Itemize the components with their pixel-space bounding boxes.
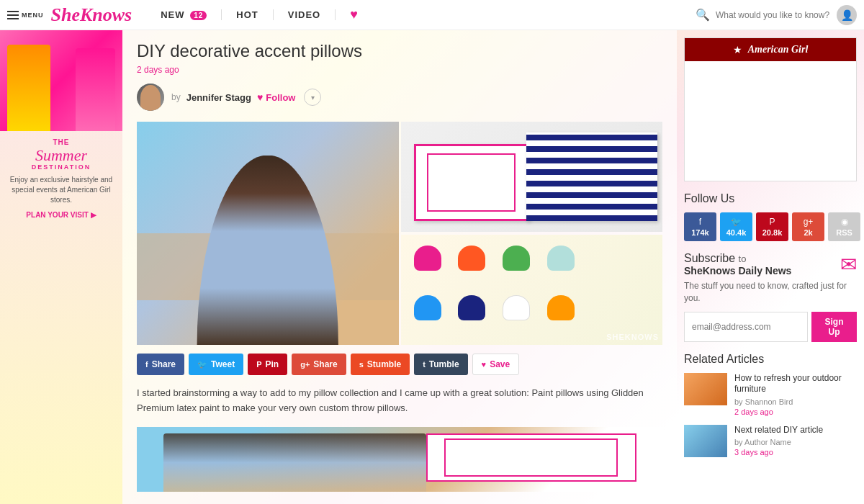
nav-badge-new: 12 — [190, 11, 207, 20]
related-author-2: by Author Name — [734, 438, 857, 446]
girl-silhouette — [189, 156, 346, 346]
left-sidebar: THE Summer DESTINATION Enjoy an exclusiv… — [0, 30, 122, 504]
related-articles-title: Related Articles — [684, 353, 857, 366]
pinterest-icon: P — [256, 360, 261, 369]
author-row: by Jennifer Stagg ♥ Follow ▾ — [137, 84, 662, 111]
nav-heart-icon[interactable]: ♥ — [336, 7, 372, 22]
related-article-item-2: Next related DIY article by Author Name … — [684, 425, 857, 457]
follow-button[interactable]: ♥ Follow — [257, 91, 295, 103]
sidebar-top-image — [0, 30, 122, 131]
search-icon[interactable]: 🔍 — [696, 8, 710, 22]
nav-items: NEW 12 HOT VIDEO ♥ — [146, 7, 696, 22]
paint-can-orange — [458, 246, 485, 271]
ad-banner: ★ American Girl — [684, 37, 857, 181]
twitter-count: 40.4k — [726, 228, 747, 237]
facebook-count: 174k — [691, 228, 708, 237]
main-layout: THE Summer DESTINATION Enjoy an exclusiv… — [0, 30, 864, 504]
subscribe-desc: The stuff you need to know, crafted just… — [684, 280, 857, 305]
article-second-image — [137, 427, 662, 492]
follow-heart-icon: ♥ — [257, 91, 263, 103]
tumblr-share-button[interactable]: t Tumble — [414, 354, 467, 375]
second-img-pillow — [426, 433, 636, 482]
stumble-icon: s — [359, 360, 364, 369]
related-article-title-1[interactable]: How to refresh your outdoor furniture — [734, 373, 857, 395]
article-paints-image: SHEKNOWS — [401, 235, 663, 345]
article-date: 2 days ago — [137, 65, 662, 75]
menu-button[interactable]: MENU — [7, 11, 44, 19]
tumblr-icon: t — [423, 360, 426, 369]
article-title: DIY decorative accent pillows — [137, 41, 662, 61]
follow-us-title: Follow Us — [684, 192, 857, 205]
nav-item-hot[interactable]: HOT — [222, 9, 273, 20]
nav-item-video[interactable]: VIDEO — [274, 9, 336, 20]
menu-label: MENU — [22, 12, 44, 19]
save-label: Save — [490, 359, 510, 369]
author-by-label: by — [171, 92, 181, 102]
related-article-title-2[interactable]: Next related DIY article — [734, 425, 857, 436]
gplus-share-label: Share — [313, 359, 337, 369]
author-name: Jennifer Stagg — [186, 92, 251, 103]
related-thumb-2 — [684, 425, 727, 457]
stumble-share-button[interactable]: s Stumble — [351, 354, 410, 375]
paint-can-darkblue — [458, 295, 485, 320]
user-avatar[interactable]: 👤 — [837, 5, 857, 25]
watermark: SHEKNOWS — [606, 333, 659, 341]
twitter-follow-icon: 🐦 — [731, 217, 742, 227]
paint-can-blue — [414, 295, 441, 320]
plan-visit-link[interactable]: PLAN YOUR VISIT ▶ — [7, 211, 115, 219]
social-share-bar: f Share 🐦 Tweet P Pin g+ Share s Stumble… — [137, 354, 662, 375]
twitter-icon: 🐦 — [197, 360, 207, 369]
related-date-2: 3 days ago — [734, 448, 857, 456]
the-label: THE — [7, 138, 115, 146]
related-info-2: Next related DIY article by Author Name … — [734, 425, 857, 457]
article-content: DIY decorative accent pillows 2 days ago… — [122, 30, 677, 504]
search-input[interactable] — [716, 10, 831, 20]
american-girl-header: ★ American Girl — [685, 38, 856, 61]
summer-title: Summer — [7, 148, 115, 163]
sidebar-figure-1 — [7, 45, 50, 131]
pinterest-count: 20.8k — [762, 228, 783, 237]
facebook-follow-button[interactable]: f 174k — [684, 212, 716, 241]
american-girl-brand: American Girl — [748, 44, 809, 55]
pinterest-share-label: Pin — [266, 359, 279, 369]
rss-icon: ◉ — [841, 217, 848, 227]
author-avatar — [137, 84, 164, 111]
twitter-follow-button[interactable]: 🐦 40.4k — [720, 212, 752, 241]
subscribe-form: Sign Up — [684, 312, 857, 342]
gplus-share-button[interactable]: g+ Share — [292, 354, 346, 375]
pinterest-share-button[interactable]: P Pin — [248, 354, 287, 375]
article-main-image — [137, 122, 399, 345]
subscribe-to-label: to — [739, 253, 747, 264]
site-logo[interactable]: SheKnows — [51, 4, 132, 26]
pillow-pink-inner — [427, 153, 516, 212]
ag-star-icon: ★ — [733, 44, 742, 55]
follow-us-section: Follow Us f 174k 🐦 40.4k P 20.8k g+ 2k — [684, 192, 857, 241]
gplus-follow-button[interactable]: g+ 2k — [792, 212, 824, 241]
rss-follow-button[interactable]: ◉ RSS — [828, 212, 860, 241]
nav-item-new[interactable]: NEW 12 — [146, 9, 222, 20]
pinterest-follow-button[interactable]: P 20.8k — [756, 212, 788, 241]
article-body-text: I started brainstorming a way to add to … — [137, 386, 662, 416]
subscribe-daily-news: SheKnows Daily News — [684, 265, 791, 276]
signup-button[interactable]: Sign Up — [811, 312, 857, 342]
paint-can-lightgreen — [547, 246, 575, 271]
facebook-share-button[interactable]: f Share — [137, 354, 184, 375]
related-article-item-1: How to refresh your outdoor furniture by… — [684, 373, 857, 416]
author-info: by Jennifer Stagg ♥ Follow ▾ — [171, 89, 321, 106]
summer-destination: DESTINATION — [7, 163, 115, 171]
pillow-pink — [414, 144, 529, 221]
dropdown-arrow[interactable]: ▾ — [304, 89, 321, 106]
facebook-follow-icon: f — [699, 217, 701, 227]
twitter-share-label: Tweet — [211, 359, 235, 369]
email-input[interactable] — [684, 312, 808, 342]
stumble-share-label: Stumble — [367, 359, 401, 369]
summer-promo: THE Summer DESTINATION Enjoy an exclusiv… — [0, 131, 122, 226]
twitter-share-button[interactable]: 🐦 Tweet — [189, 354, 243, 375]
top-navigation: MENU SheKnows NEW 12 HOT VIDEO ♥ 🔍 👤 — [0, 0, 864, 30]
pillow-striped — [526, 132, 657, 220]
save-button[interactable]: ♥ Save — [472, 354, 520, 375]
right-sidebar: ★ American Girl Follow Us f 174k 🐦 40.4k… — [677, 30, 864, 504]
subscribe-title-block: Subscribe to SheKnows Daily News — [684, 252, 791, 276]
second-img-person — [163, 433, 426, 492]
social-follow-buttons: f 174k 🐦 40.4k P 20.8k g+ 2k ◉ RSS — [684, 212, 857, 241]
